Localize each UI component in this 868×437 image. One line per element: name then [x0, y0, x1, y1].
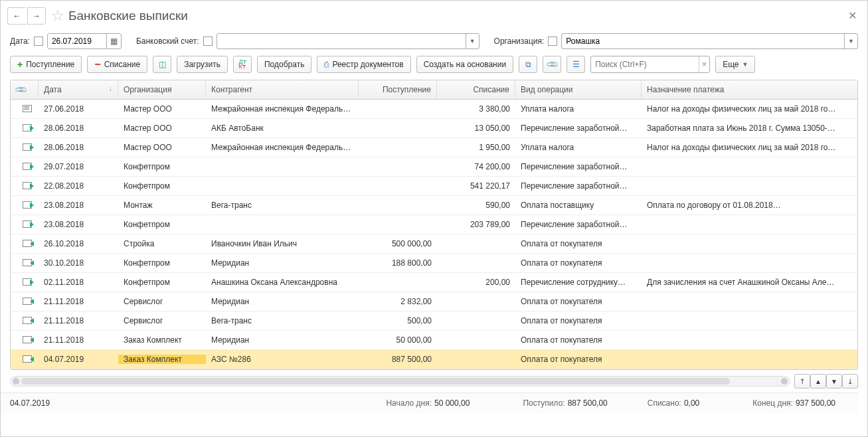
cell-org: Конфетпром — [118, 162, 206, 171]
column-date[interactable]: Дата↓ — [39, 80, 118, 99]
table-row[interactable]: 22.08.2018Конфетпром541 220,17Перечислен… — [11, 177, 857, 196]
table-row[interactable]: 23.08.2018Конфетпром203 789,00Перечислен… — [11, 215, 857, 234]
cell-org: Заказ Комплект — [118, 335, 206, 345]
more-button-label: Еще — [723, 60, 738, 69]
table-row[interactable]: 27.06.2018Мастер ОООМежрайонная инспекци… — [11, 100, 857, 119]
account-filter-checkbox[interactable] — [203, 37, 213, 46]
cell-expense: 1 950,00 — [437, 143, 515, 152]
refresh-button[interactable]: ◫ — [153, 56, 171, 73]
calendar-icon[interactable]: ▦ — [106, 34, 121, 48]
cell-date: 04.07.2019 — [39, 355, 118, 364]
scroll-top-button[interactable]: ⤒ — [794, 374, 810, 389]
org-filter-label: Организация: — [494, 37, 545, 46]
registry-button-label: Реестр документов — [332, 60, 403, 69]
row-status-icon — [23, 220, 33, 228]
cell-date: 23.08.2018 — [39, 201, 118, 210]
row-status-icon — [23, 162, 33, 170]
scroll-bottom-button[interactable]: ⤓ — [842, 374, 858, 389]
org-filter-input[interactable] — [562, 34, 844, 48]
cell-op: Уплата налога — [515, 143, 642, 152]
clip-icon: 📎 — [14, 83, 28, 97]
column-expense[interactable]: Списание — [437, 80, 515, 99]
cell-income: 188 800,00 — [359, 258, 437, 268]
load-button[interactable]: Загрузить — [177, 56, 228, 73]
cell-income: 500,00 — [359, 316, 437, 325]
list-settings-button[interactable]: ☰ — [566, 56, 585, 73]
cell-expense: 74 200,00 — [437, 162, 515, 171]
column-purpose[interactable]: Назначение платежа — [642, 80, 858, 99]
cell-op: Уплата налога — [515, 104, 642, 114]
table-row[interactable]: 28.06.2018Мастер ОООМежрайонная инспекци… — [11, 138, 857, 157]
pick-button-label: Подобрать — [264, 60, 304, 69]
cell-op: Оплата от покупателя — [515, 297, 642, 306]
table-row[interactable]: 04.07.2019Заказ КомплектАЗС №286887 500,… — [11, 350, 857, 369]
registry-button[interactable]: ⎙ Реестр документов — [317, 56, 410, 73]
expense-button[interactable]: − Списание — [87, 56, 147, 73]
nav-back-button[interactable]: ← — [7, 7, 26, 25]
cell-op: Оплата от покупателя — [515, 335, 642, 345]
date-filter-label: Дата: — [10, 37, 30, 46]
table-row[interactable]: 28.06.2018Мастер ОООАКБ АвтоБанк13 050,0… — [11, 119, 857, 138]
row-status-icon — [23, 316, 33, 324]
table-row[interactable]: 23.08.2018МонтажВега-транс590,00Оплата п… — [11, 196, 857, 215]
cell-org: Мастер ООО — [118, 143, 206, 152]
cell-org: Конфетпром — [118, 278, 206, 287]
column-contragent[interactable]: Контрагент — [206, 80, 359, 99]
minus-icon: − — [94, 58, 100, 70]
cell-org: Сервислог — [118, 297, 206, 306]
more-button[interactable]: Еще ▼ — [715, 56, 755, 73]
account-filter-input[interactable] — [217, 34, 466, 48]
nav-forward-button[interactable]: → — [27, 7, 46, 25]
cell-expense: 3 380,00 — [437, 104, 515, 114]
cell-date: 23.08.2018 — [39, 220, 118, 229]
account-dropdown-icon[interactable]: ▼ — [466, 34, 479, 48]
cell-income: 887 500,00 — [359, 355, 437, 364]
attach-button[interactable]: 📎 — [543, 56, 561, 73]
search-input[interactable] — [591, 60, 699, 69]
search-clear-button[interactable]: × — [699, 56, 709, 72]
relations-button[interactable]: ⧉ — [519, 56, 537, 73]
cell-op: Перечисление сотруднику… — [515, 278, 642, 287]
date-filter-checkbox[interactable] — [34, 37, 43, 46]
favorite-icon[interactable]: ☆ — [47, 7, 68, 25]
create-based-button[interactable]: Создать на основании — [416, 56, 514, 73]
row-status-icon — [23, 239, 33, 247]
cell-op: Оплата от покупателя — [515, 258, 642, 268]
date-filter-input[interactable] — [48, 34, 106, 48]
dtkt-button[interactable]: ДᴛКᴛ — [233, 56, 252, 73]
column-income[interactable]: Поступление — [359, 80, 437, 99]
cell-org: Сервислог — [118, 316, 206, 325]
row-status-icon — [23, 355, 33, 363]
pick-button[interactable]: Подобрать — [257, 56, 311, 73]
cell-purpose: Оплата по договору от 01.08.2018… — [642, 201, 857, 210]
scroll-down-button[interactable]: ▼ — [826, 374, 842, 389]
close-button[interactable]: ✕ — [844, 9, 861, 22]
cell-date: 02.11.2018 — [39, 278, 118, 287]
column-op-type[interactable]: Вид операции — [515, 80, 642, 99]
table-row[interactable]: 21.11.2018СервислогВега-транс500,00Оплат… — [11, 311, 857, 331]
scroll-up-button[interactable]: ▲ — [810, 374, 826, 389]
cell-org: Мастер ООО — [118, 104, 206, 114]
org-filter-checkbox[interactable] — [548, 37, 557, 46]
cell-date: 29.07.2018 — [39, 162, 118, 171]
cell-purpose: Заработная плата за Июнь 2018 г. Сумма 1… — [642, 124, 857, 133]
cell-contragent: Иваночкин Иван Ильич — [206, 239, 359, 248]
table-row[interactable]: 29.07.2018Конфетпром74 200,00Перечислени… — [11, 157, 857, 177]
table-row[interactable]: 26.10.2018СтройкаИваночкин Иван Ильич500… — [11, 234, 857, 254]
cell-op: Оплата поставщику — [515, 201, 642, 210]
column-org[interactable]: Организация — [118, 80, 206, 99]
cell-op: Оплата от покупателя — [515, 239, 642, 248]
cell-contragent: АКБ АвтоБанк — [206, 124, 359, 133]
cell-contragent: Меридиан — [206, 258, 359, 268]
table-row[interactable]: 21.11.2018Заказ КомплектМеридиан50 000,0… — [11, 331, 857, 350]
status-out-value: 0,00 — [684, 398, 699, 408]
cell-date: 30.10.2018 — [39, 258, 118, 268]
horizontal-scrollbar[interactable] — [10, 376, 790, 387]
table-row[interactable]: 21.11.2018СервислогМеридиан2 832,00Оплат… — [11, 292, 857, 311]
table-row[interactable]: 30.10.2018КонфетпромМеридиан188 800,00Оп… — [11, 254, 857, 273]
income-button[interactable]: + Поступление — [10, 56, 82, 73]
table-row[interactable]: 02.11.2018КонфетпромАнашкина Оксана Алек… — [11, 273, 857, 292]
column-attach[interactable]: 📎 — [11, 80, 39, 99]
cell-org: Конфетпром — [118, 220, 206, 229]
org-dropdown-icon[interactable]: ▼ — [844, 34, 857, 48]
